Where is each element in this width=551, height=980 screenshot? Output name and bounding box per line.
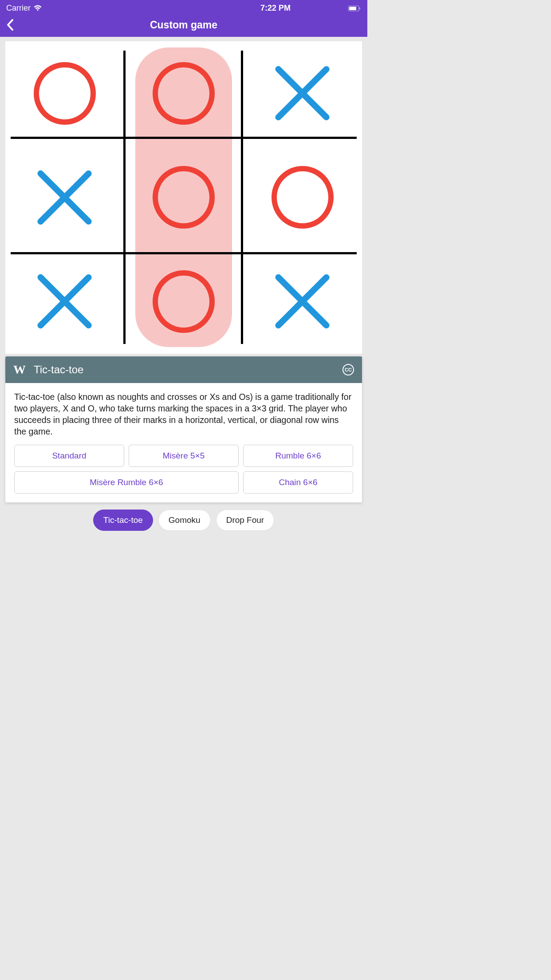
variant-chain-6x6[interactable]: Chain 6×6 [243, 471, 353, 494]
status-time: 7:22 PM [260, 4, 291, 13]
svg-rect-1 [349, 7, 356, 10]
variant-rumble-6x6[interactable]: Rumble 6×6 [243, 445, 353, 467]
mark-x-icon [34, 270, 95, 333]
game-board [5, 41, 362, 354]
cell-0-2[interactable] [243, 41, 362, 146]
cell-0-0[interactable] [5, 41, 124, 146]
status-bar: Carrier 7:22 PM [0, 0, 367, 15]
cell-1-1[interactable] [124, 146, 243, 250]
info-card: W Tic-tac-toe CC Tic-tac-toe (also known… [5, 356, 362, 502]
mark-o-icon [272, 166, 333, 229]
mark-x-icon [272, 62, 333, 125]
variant-misere-rumble-6x6[interactable]: Misère Rumble 6×6 [14, 471, 239, 494]
mark-o-icon [153, 166, 214, 229]
cell-2-2[interactable] [243, 249, 362, 354]
mark-o-icon [153, 270, 214, 333]
variant-grid: Standard Misère 5×5 Rumble 6×6 Misère Ru… [14, 445, 353, 494]
page-title: Custom game [150, 19, 217, 31]
info-description: Tic-tac-toe (also known as noughts and c… [14, 391, 353, 438]
cell-2-0[interactable] [5, 249, 124, 354]
wifi-icon [33, 5, 42, 12]
game-type-tabs: Tic-tac-toe Gomoku Drop Four [5, 502, 362, 538]
battery-icon [348, 5, 361, 12]
mark-x-icon [34, 166, 95, 229]
variant-misere-5x5[interactable]: Misère 5×5 [129, 445, 239, 467]
variant-standard[interactable]: Standard [14, 445, 124, 467]
tab-tic-tac-toe[interactable]: Tic-tac-toe [93, 510, 153, 531]
wikipedia-icon: W [13, 363, 26, 377]
mark-x-icon [272, 270, 333, 333]
cell-1-0[interactable] [5, 146, 124, 250]
nav-bar: Custom game [0, 15, 367, 37]
back-button[interactable] [6, 18, 20, 32]
svg-rect-2 [359, 7, 360, 9]
tab-gomoku[interactable]: Gomoku [158, 510, 211, 531]
info-title: Tic-tac-toe [34, 364, 335, 376]
cell-0-1[interactable] [124, 41, 243, 146]
tab-drop-four[interactable]: Drop Four [216, 510, 275, 531]
carrier-label: Carrier [6, 4, 31, 13]
cc-license-icon[interactable]: CC [342, 364, 354, 375]
mark-o-icon [34, 62, 95, 125]
cell-2-1[interactable] [124, 249, 243, 354]
info-header: W Tic-tac-toe CC [5, 356, 362, 383]
cell-1-2[interactable] [243, 146, 362, 250]
mark-o-icon [153, 62, 214, 125]
